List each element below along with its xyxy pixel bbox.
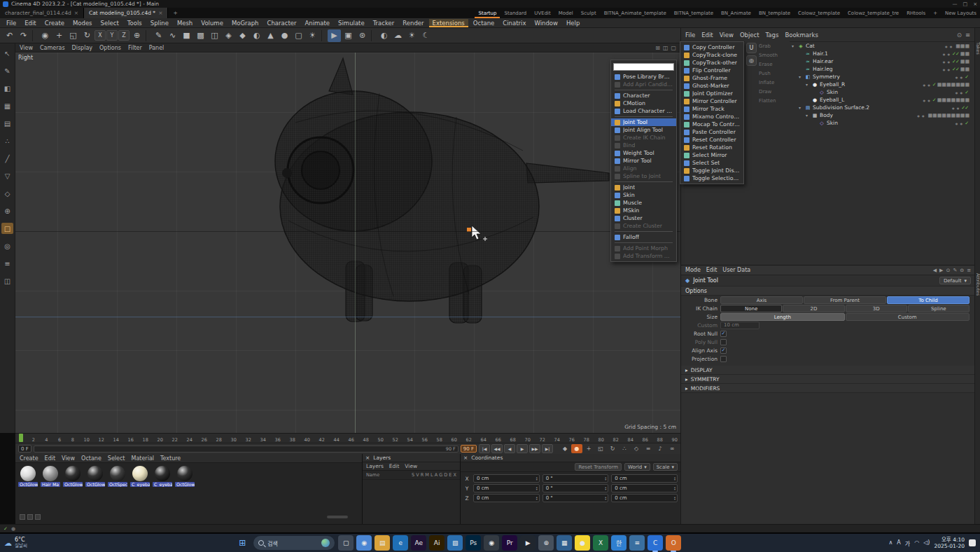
material-menu-item[interactable]: Create bbox=[20, 455, 38, 462]
material-view-small-icon[interactable] bbox=[20, 514, 25, 520]
material-menu-item[interactable]: View bbox=[62, 455, 75, 462]
character-menu-item[interactable]: Cluster bbox=[611, 214, 676, 222]
character-menu-item[interactable]: Weight Tool bbox=[611, 149, 676, 157]
layers-close-icon[interactable]: × bbox=[365, 455, 370, 461]
goto-end-button[interactable]: ▶| bbox=[542, 444, 553, 453]
viewport-menu-item[interactable]: Panel bbox=[149, 45, 164, 51]
tray-chevron-icon[interactable]: ∧ bbox=[888, 539, 892, 547]
ik-chain-option-button[interactable]: Spline bbox=[908, 305, 969, 312]
expand-caret-icon[interactable]: ▾ bbox=[792, 43, 797, 48]
record-scale-icon[interactable]: ◱ bbox=[595, 444, 606, 453]
controller-menu-item[interactable]: Select Set bbox=[680, 159, 743, 167]
sculpt-brush-item[interactable]: Push bbox=[759, 70, 778, 77]
loop-icon[interactable]: ∞ bbox=[666, 444, 678, 453]
menu-item[interactable]: File bbox=[3, 19, 20, 27]
material-preview-sphere[interactable] bbox=[88, 466, 103, 481]
rotation-field[interactable]: 0 °▴▾ bbox=[542, 494, 609, 502]
rotation-field[interactable]: 0 °▴▾ bbox=[542, 474, 609, 483]
move-tool-icon[interactable]: + bbox=[52, 29, 66, 42]
viewport-maximize-icon[interactable]: ▢ bbox=[671, 45, 676, 51]
points-mode-icon[interactable]: ∴ bbox=[1, 135, 13, 146]
character-menu-item[interactable]: Create Cluster bbox=[611, 222, 676, 230]
attr-edit-icon[interactable]: ✎ bbox=[953, 268, 957, 273]
light-icon[interactable]: ☀ bbox=[306, 29, 319, 42]
layout-tab[interactable]: Model bbox=[555, 8, 577, 18]
material-manager-icon[interactable]: ◐ bbox=[377, 29, 391, 42]
visibility-toggle-dots[interactable] bbox=[945, 43, 953, 49]
viewport-menu-item[interactable]: View bbox=[20, 45, 33, 51]
character-menu-item[interactable]: Load Character Template... bbox=[611, 107, 676, 115]
position-field[interactable]: 0 cm▴▾ bbox=[473, 474, 540, 483]
render-to-picture-viewer-icon[interactable]: ▣ bbox=[342, 29, 355, 42]
visibility-toggle-dots[interactable] bbox=[955, 89, 963, 95]
preset-dropdown[interactable]: Default ▾ bbox=[939, 277, 971, 284]
model-mode-icon[interactable]: ◧ bbox=[1, 83, 13, 94]
controller-menu-item[interactable]: Mirror Track bbox=[680, 105, 743, 113]
object-tree-row[interactable]: ▾ ■ Body ▦▦▦▦▦▦▦▦▦ bbox=[790, 111, 969, 119]
taskbar-calculator[interactable]: ▦ bbox=[556, 535, 572, 551]
enable-checkmarks[interactable]: ✓✓ bbox=[961, 105, 968, 111]
character-menu-item[interactable]: Joint bbox=[611, 184, 676, 191]
taskbar-premiere[interactable]: Pr bbox=[502, 535, 517, 551]
object-name-label[interactable]: Hair.leg bbox=[813, 66, 833, 72]
axis-y-button[interactable]: Y bbox=[106, 30, 118, 41]
material-preview-sphere[interactable] bbox=[65, 466, 80, 481]
snap-icon[interactable]: ◎ bbox=[1, 240, 13, 251]
object-tree-row[interactable]: ≈ Hair.ear ✓✓ ▦▦ bbox=[790, 57, 969, 65]
paint-tool-icon[interactable]: ✎ bbox=[1, 65, 13, 76]
enable-checkmarks[interactable]: ✓ bbox=[965, 74, 968, 80]
expand-caret-icon[interactable]: ▾ bbox=[799, 105, 804, 110]
dynamics-icon[interactable]: ● bbox=[278, 29, 291, 42]
visibility-toggle-dots[interactable] bbox=[943, 66, 951, 72]
current-frame-field[interactable]: 90 F bbox=[461, 445, 477, 453]
object-tree-row[interactable]: ▾ ▤ Subdivision Surface.2 ✓✓ bbox=[790, 104, 969, 111]
enable-checkmarks[interactable]: ✓ bbox=[932, 82, 936, 88]
character-menu-item[interactable] bbox=[615, 231, 673, 232]
toolbar-separator[interactable] bbox=[371, 30, 375, 41]
material-item[interactable]: C_eyeba bbox=[153, 466, 172, 487]
coordinates-close-icon[interactable]: × bbox=[463, 455, 468, 461]
controller-menu-item[interactable]: Reset Rotation bbox=[680, 144, 743, 151]
deformer-icon[interactable]: ◈ bbox=[222, 29, 235, 42]
material-item[interactable]: OctGlow bbox=[18, 466, 38, 487]
bone-option-button[interactable]: To Child bbox=[887, 296, 969, 304]
axis-z-button[interactable]: Z bbox=[118, 30, 130, 41]
coordinate-mode-dropdown[interactable]: Scale ▾ bbox=[653, 463, 678, 471]
character-menu-item[interactable]: CMotion bbox=[611, 99, 676, 107]
taskbar-search-box[interactable]: 검색 bbox=[253, 536, 335, 550]
character-menu-item[interactable] bbox=[615, 90, 673, 90]
material-menu-item[interactable]: Select bbox=[108, 455, 125, 462]
option-checkbox[interactable] bbox=[720, 356, 727, 362]
character-menu-item[interactable]: Joint Align Tool bbox=[611, 126, 676, 134]
menu-item[interactable]: Tracker bbox=[370, 19, 398, 27]
viewport-split-icon[interactable]: ◫ bbox=[663, 45, 668, 51]
axis-mode-icon[interactable]: ⊕ bbox=[1, 205, 13, 216]
option-checkbox[interactable] bbox=[720, 347, 727, 354]
play-forward-button[interactable]: ▶ bbox=[517, 444, 528, 453]
layout-tab[interactable]: BITNA_Animate_template bbox=[601, 8, 670, 18]
uv-mode-icon[interactable]: ▤ bbox=[1, 118, 13, 129]
enable-checkmarks[interactable]: ✓ bbox=[965, 90, 968, 95]
menu-search-box[interactable] bbox=[613, 63, 674, 71]
object-name-label[interactable]: Skin bbox=[827, 89, 838, 95]
material-item[interactable]: OctSpec bbox=[108, 466, 127, 487]
controller-menu-item[interactable]: Toggle Selection Filter bbox=[680, 174, 743, 182]
sculpt-brush-item[interactable]: Grab bbox=[759, 43, 778, 50]
viewport-menu-item[interactable]: Options bbox=[99, 45, 121, 51]
object-tree-row[interactable]: ▾ ● Eyeball_R ✓ ▦▦▦▦▦▦▦ bbox=[790, 81, 969, 88]
viewport-menu-item[interactable]: Cameras bbox=[40, 45, 65, 51]
layout-tab[interactable]: Standard bbox=[500, 8, 530, 18]
object-manager-menu-item[interactable]: Tags bbox=[766, 32, 779, 39]
attr-lock-icon[interactable]: ⊖ bbox=[960, 268, 964, 273]
taskbar-settings[interactable]: ⊛ bbox=[538, 535, 554, 551]
sculpt-brush-item[interactable]: Inflate bbox=[759, 79, 778, 86]
section-header[interactable]: ▸ SYMMETRY bbox=[681, 375, 975, 384]
layout-tab[interactable]: Colowz_template_tre bbox=[844, 8, 902, 18]
render-settings-icon[interactable]: ⊛ bbox=[356, 29, 369, 42]
menu-search-input[interactable] bbox=[614, 64, 673, 70]
object-tree-row[interactable]: ◇ Skin ✓ bbox=[790, 119, 969, 127]
menu-item[interactable]: Edit bbox=[21, 19, 39, 27]
controller-menu-item[interactable]: Reset Controller bbox=[680, 136, 743, 144]
menu-item[interactable]: Render bbox=[399, 19, 427, 27]
taskbar-after-effects[interactable]: Ae bbox=[411, 535, 426, 551]
